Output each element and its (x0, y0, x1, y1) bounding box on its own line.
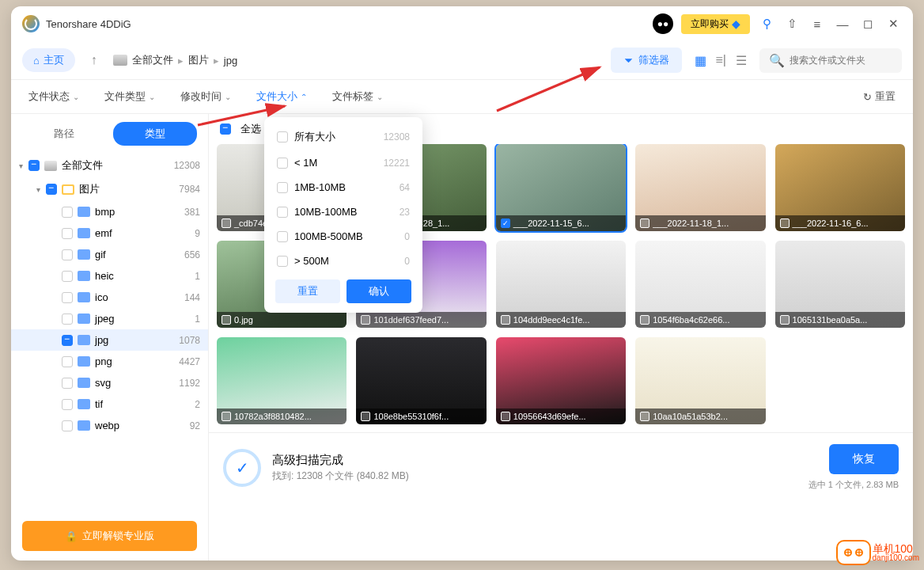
checkbox[interactable] (277, 207, 288, 218)
thumbnail[interactable]: ___2022-11-15_6... (496, 144, 626, 231)
checkbox[interactable] (28, 160, 40, 171)
checkbox[interactable] (62, 335, 73, 346)
filter-file-tag[interactable]: 文件标签⌄ (332, 89, 383, 104)
checkbox[interactable] (277, 131, 288, 142)
checkbox[interactable] (62, 292, 73, 303)
checkbox[interactable] (361, 315, 370, 325)
checkbox[interactable] (62, 378, 73, 389)
menu-icon[interactable]: ≡ (808, 15, 826, 32)
thumbnail[interactable]: ___2022-11-18_1... (635, 144, 765, 231)
checkbox[interactable] (62, 271, 73, 282)
checkbox[interactable] (62, 399, 73, 410)
search-input[interactable] (790, 55, 908, 66)
dropdown-option[interactable]: > 500M 0 (264, 249, 422, 273)
checkbox[interactable] (277, 182, 288, 193)
tree-item-webp[interactable]: webp 92 (11, 415, 208, 436)
checkbox[interactable] (62, 228, 73, 239)
assistant-icon[interactable]: ●● (653, 13, 673, 34)
checkbox[interactable] (501, 315, 510, 325)
thumbnail[interactable]: 10aa10a51a53b2... (635, 337, 765, 424)
dropdown-option[interactable]: 10MB-100MB 23 (264, 200, 422, 224)
checkbox[interactable] (62, 420, 73, 431)
folder-icon (78, 292, 90, 302)
folder-icon (78, 356, 90, 367)
checkbox[interactable] (62, 207, 73, 218)
minimize-icon[interactable]: — (834, 15, 851, 32)
thumbnail[interactable]: ___2022-11-16_6... (775, 144, 905, 231)
tree-item-gif[interactable]: gif 656 (11, 244, 208, 265)
key-icon[interactable]: ⚲ (758, 15, 775, 32)
recover-button[interactable]: 恢复 (829, 444, 899, 474)
grid-view-icon[interactable]: ▦ (695, 53, 706, 68)
tree-item-jpg[interactable]: jpg 1078 (11, 329, 208, 351)
tree-item-bmp[interactable]: bmp 381 (11, 201, 208, 222)
tree-item-heic[interactable]: heic 1 (11, 265, 208, 287)
tab-type[interactable]: 类型 (113, 122, 198, 146)
tree-item-png[interactable]: png 4427 (11, 351, 208, 372)
maximize-icon[interactable]: ◻ (859, 15, 877, 32)
checkbox[interactable] (222, 412, 231, 421)
breadcrumb-item[interactable]: 图片 (188, 53, 209, 67)
filter-file-size[interactable]: 文件大小⌃ (256, 89, 307, 104)
checkbox[interactable] (277, 158, 288, 169)
reset-filters[interactable]: ↻重置 (863, 89, 896, 104)
dropdown-option[interactable]: 100MB-500MB 0 (264, 224, 422, 249)
tree-pictures[interactable]: ▾ 图片 7984 (11, 177, 208, 201)
up-button[interactable]: ↑ (85, 50, 104, 70)
breadcrumb-item[interactable]: jpg (224, 55, 237, 66)
checkbox[interactable] (277, 231, 288, 242)
tree-item-jpeg[interactable]: jpeg 1 (11, 308, 208, 329)
search-box[interactable]: 🔍 (759, 48, 902, 73)
chevron-down-icon[interactable]: ▾ (19, 162, 28, 170)
checkbox[interactable] (62, 356, 73, 367)
checkbox[interactable] (640, 412, 649, 421)
checkbox[interactable] (222, 218, 231, 228)
footer: ✓ 高级扫描完成 找到: 12308 个文件 (840.82 MB) 恢复 选中… (209, 432, 913, 502)
filter-file-type[interactable]: 文件类型⌄ (104, 89, 155, 104)
checkbox[interactable] (780, 218, 790, 228)
dropdown-ok-button[interactable]: 确认 (346, 279, 411, 303)
thumbnail[interactable]: 108e8be55310f6f... (356, 337, 486, 424)
checkbox[interactable] (780, 315, 790, 325)
checkbox[interactable] (277, 256, 288, 267)
dropdown-option[interactable]: < 1M 12221 (264, 150, 422, 175)
dropdown-option[interactable]: 1MB-10MB 64 (264, 175, 422, 200)
dropdown-option[interactable]: 所有大小 12308 (264, 124, 422, 150)
thumbnail[interactable]: 10956643d69efe... (496, 337, 626, 424)
checkbox[interactable] (640, 218, 649, 228)
thumbnail[interactable]: 10782a3f8810482... (217, 337, 346, 424)
checkbox[interactable] (361, 412, 370, 421)
checkbox[interactable] (222, 315, 231, 325)
tree-item-svg[interactable]: svg 1192 (11, 372, 208, 393)
tab-path[interactable]: 路径 (22, 122, 107, 146)
list-view-icon[interactable]: ≡| (716, 53, 727, 68)
tree-item-emf[interactable]: emf 9 (11, 222, 208, 244)
checkbox[interactable] (640, 315, 649, 325)
filter-file-status[interactable]: 文件状态⌄ (28, 89, 79, 104)
tree-root[interactable]: ▾ 全部文件 12308 (11, 154, 208, 177)
tree-item-ico[interactable]: ico 144 (11, 287, 208, 308)
checkbox[interactable] (501, 412, 510, 421)
buy-button[interactable]: 立即购买 ◆ (681, 14, 750, 34)
checkbox[interactable] (220, 124, 231, 135)
share-icon[interactable]: ⇧ (783, 15, 801, 32)
filter-modify-time[interactable]: 修改时间⌄ (180, 89, 231, 104)
close-icon[interactable]: ✕ (884, 15, 902, 32)
thumbnail[interactable]: 104ddd9eec4c1fe... (496, 241, 626, 328)
thumbnail[interactable]: 1065131bea0a5a... (775, 241, 905, 328)
detail-view-icon[interactable]: ☰ (736, 53, 747, 68)
filter-button[interactable]: ⏷ 筛选器 (611, 48, 682, 73)
home-button[interactable]: ⌂ 主页 (22, 48, 75, 72)
breadcrumb-item[interactable]: 全部文件 (132, 53, 173, 67)
unlock-pro-button[interactable]: 🔒 立即解锁专业版 (22, 521, 197, 551)
checkbox[interactable] (46, 184, 57, 195)
tree-item-tif[interactable]: tif 2 (11, 393, 208, 415)
thumbnail[interactable]: 1054f6ba4c62e66... (635, 241, 765, 328)
thumbnail-name: 10aa10a51a53b2... (653, 412, 728, 421)
dropdown-reset-button[interactable]: 重置 (275, 279, 340, 303)
checkbox[interactable] (62, 249, 73, 260)
checkbox[interactable] (62, 314, 73, 325)
disk-icon (44, 161, 57, 171)
chevron-down-icon[interactable]: ▾ (36, 185, 46, 194)
checkbox[interactable] (501, 218, 510, 228)
